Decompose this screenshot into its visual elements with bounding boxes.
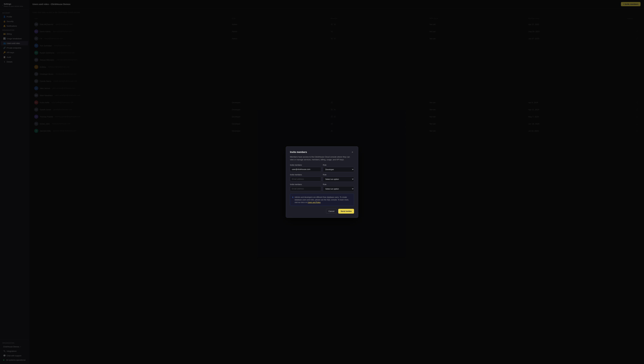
invite-row-3: Invite members Role Select an option Adm… bbox=[290, 184, 354, 192]
invite-role-group-1: Role Admin Developer bbox=[323, 164, 354, 172]
invite-role-group-2: Role Select an option Admin Developer bbox=[323, 174, 354, 182]
invite-row-1: Invite members Role Admin Developer bbox=[290, 164, 354, 172]
role-label-1: Role bbox=[323, 164, 354, 166]
modal-overlay: Invite members × Members have access to … bbox=[0, 0, 644, 364]
role-label-2: Role bbox=[323, 174, 354, 176]
role-label-3: Role bbox=[323, 184, 354, 186]
info-link-suffix: . bbox=[321, 202, 321, 204]
modal-close-button[interactable]: × bbox=[351, 150, 354, 154]
users-and-roles-link[interactable]: Users and Roles bbox=[308, 202, 321, 204]
invite-email-group-2: Invite members bbox=[290, 174, 321, 182]
invite-role-group-3: Role Select an option Admin Developer bbox=[323, 184, 354, 192]
info-box: ℹ Admins and developers are different th… bbox=[290, 194, 354, 206]
info-text: Admins and developers are different than… bbox=[295, 196, 352, 204]
invite-email-input-2[interactable] bbox=[290, 177, 321, 182]
modal-footer: Cancel Send invites bbox=[290, 209, 354, 214]
invite-email-group-3: Invite members bbox=[290, 184, 321, 192]
invite-email-input-1[interactable] bbox=[290, 167, 321, 172]
invite-label-3: Invite members bbox=[290, 184, 321, 186]
modal-title: Invite members bbox=[290, 151, 307, 154]
modal-header: Invite members × bbox=[290, 150, 354, 154]
info-text-content: Admins and developers are different than… bbox=[295, 196, 349, 204]
role-select-2[interactable]: Select an option Admin Developer bbox=[323, 177, 354, 182]
info-icon: ℹ bbox=[292, 196, 293, 198]
invite-row-2: Invite members Role Select an option Adm… bbox=[290, 174, 354, 182]
cancel-button[interactable]: Cancel bbox=[326, 209, 337, 214]
invite-label-2: Invite members bbox=[290, 174, 321, 176]
invite-label-1: Invite members bbox=[290, 164, 321, 166]
invite-email-input-3[interactable] bbox=[290, 186, 321, 191]
send-invites-button[interactable]: Send invites bbox=[338, 209, 354, 214]
role-select-1[interactable]: Admin Developer bbox=[323, 167, 354, 172]
invite-members-modal: Invite members × Members have access to … bbox=[286, 146, 358, 218]
invite-email-group-1: Invite members bbox=[290, 164, 321, 172]
role-select-3[interactable]: Select an option Admin Developer bbox=[323, 186, 354, 192]
modal-description: Members have access to the ClickHouse Cl… bbox=[290, 156, 354, 161]
